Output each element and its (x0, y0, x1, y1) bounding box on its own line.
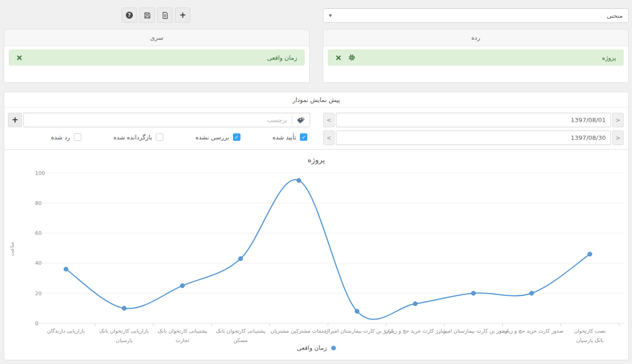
chart-area: پروژه 020406080100ساعت بازاریابی دارندگا… (4, 149, 628, 358)
series-panel: سری زمان واقعی (4, 29, 310, 83)
preview-title: پیش نمایش نمودار (4, 92, 628, 108)
question-circle-icon: ? (126, 12, 133, 19)
chart-preview-card: پیش نمایش نمودار < > < > + (4, 92, 629, 360)
date-from-row: < > (323, 113, 624, 127)
checkbox-unchecked[interactable] (156, 133, 163, 141)
checkbox-item: ✓بررسی نشده (196, 133, 240, 141)
series-item-label: زمان واقعی (267, 54, 297, 61)
date-from-input[interactable] (336, 113, 611, 127)
svg-text:80: 80 (35, 200, 42, 206)
series-panel-title: سری (4, 29, 309, 46)
add-tag-button[interactable]: + (8, 113, 22, 127)
tag-input[interactable] (23, 113, 310, 127)
status-checkbox-row: ✓تأیید شده✓بررسی نشدهبازگردانده شدهرد شد… (51, 131, 307, 143)
checkbox-item: ✓تأیید شده (272, 133, 307, 141)
plus-icon: + (179, 11, 186, 19)
category-item: پروژه (328, 50, 624, 66)
add-button[interactable]: + (175, 7, 190, 23)
toolbar: ? + (122, 7, 190, 23)
chevron-down-icon: ▼ (329, 14, 332, 18)
chart-legend: زمان واقعی (4, 344, 628, 351)
legend-item[interactable]: زمان واقعی (297, 344, 335, 351)
date-to-input[interactable] (336, 131, 611, 145)
help-button[interactable]: ? (122, 7, 137, 23)
checkbox-checked[interactable]: ✓ (300, 133, 307, 141)
checkbox-item: رد شده (51, 133, 81, 141)
gear-icon[interactable] (348, 54, 356, 61)
date-to-prev-button[interactable]: < (323, 131, 334, 145)
date-to-row: < > (323, 131, 624, 145)
checkbox-unchecked[interactable] (74, 133, 81, 141)
app-root: منحنی ▼ ? + رده پروژه (0, 0, 632, 364)
document-button[interactable] (157, 7, 173, 23)
tag-row: + (8, 113, 310, 127)
date-from-prev-button[interactable]: < (323, 113, 334, 127)
checkbox-label: بازگردانده شده (114, 134, 153, 141)
close-icon[interactable] (16, 55, 22, 61)
legend-marker-icon (331, 346, 336, 350)
checkbox-item: بازگردانده شده (114, 133, 164, 141)
checkbox-label: تأیید شده (272, 134, 296, 141)
plus-icon: + (12, 116, 18, 124)
chart-type-select[interactable]: منحنی ▼ (323, 8, 629, 23)
date-to-next-button[interactable]: > (612, 131, 624, 145)
category-panel: رده پروژه (323, 29, 629, 83)
svg-text:40: 40 (35, 260, 42, 266)
series-item: زمان واقعی (9, 50, 305, 66)
input-separator (292, 116, 292, 124)
line-chart: 020406080100ساعت (4, 150, 628, 358)
svg-text:20: 20 (35, 291, 42, 297)
save-button[interactable] (139, 7, 155, 23)
tags-icon (297, 116, 305, 124)
document-icon (161, 12, 169, 19)
svg-text:60: 60 (35, 230, 42, 236)
legend-label: زمان واقعی (297, 344, 327, 351)
checkbox-label: رد شده (51, 134, 70, 141)
svg-text:100: 100 (35, 170, 45, 176)
category-item-label: پروژه (602, 54, 616, 61)
checkbox-checked[interactable]: ✓ (233, 133, 240, 141)
date-from-next-button[interactable]: > (612, 113, 624, 127)
chart-type-select-value: منحنی (607, 12, 623, 19)
category-panel-title: رده (323, 29, 628, 46)
svg-text:ساعت: ساعت (9, 242, 15, 256)
close-icon[interactable] (335, 55, 341, 61)
checkbox-label: بررسی نشده (196, 134, 229, 141)
floppy-icon (144, 12, 151, 19)
